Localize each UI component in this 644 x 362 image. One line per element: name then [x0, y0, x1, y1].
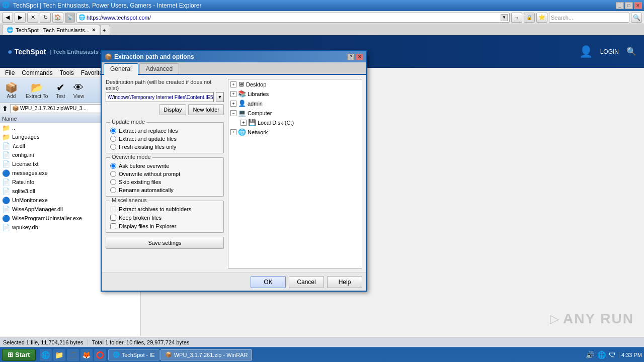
search-icon[interactable]: 🔍: [631, 13, 642, 23]
explorer-add-button[interactable]: 📦 Add: [2, 80, 21, 100]
tray-security-icon[interactable]: 🛡: [609, 351, 616, 359]
home-button[interactable]: 🏠: [52, 13, 63, 23]
radio-overwrite-no-prompt[interactable]: Overwrite without prompt: [110, 171, 219, 177]
tab-general[interactable]: General: [104, 63, 138, 75]
file-name: ..: [12, 125, 15, 131]
tree-item-libraries[interactable]: + 📚 Libraries: [228, 89, 362, 99]
site-nav: 👤 LOGIN 🔍: [579, 45, 636, 58]
radio-skip-existing-input[interactable]: [110, 179, 116, 185]
refresh-button[interactable]: ↻: [40, 13, 51, 23]
minimize-button[interactable]: _: [616, 2, 624, 9]
expand-local-disk[interactable]: +: [240, 120, 247, 126]
destination-input[interactable]: \Windows\Temporary Internet Files\Conten…: [106, 92, 214, 102]
radio-fresh-existing[interactable]: Fresh existing files only: [110, 144, 219, 150]
system-clock: 4:33 PM: [619, 352, 642, 358]
radio-rename-auto-label: Rename automatically: [119, 187, 174, 193]
taskbar-chrome-icon[interactable]: ⭕: [94, 349, 106, 361]
favorites-button[interactable]: ⭐: [536, 13, 547, 23]
file-name: UnMonitor.exe: [12, 197, 48, 203]
radio-rename-auto-input[interactable]: [110, 187, 116, 193]
tab-close-icon[interactable]: ✕: [92, 27, 96, 33]
new-folder-button[interactable]: New folder: [188, 104, 224, 115]
path-buttons: Display New folder: [106, 104, 224, 115]
explorer-test-button[interactable]: ✔ Test: [53, 80, 68, 100]
tree-item-admin[interactable]: + 👤 admin: [228, 99, 362, 108]
search-bar[interactable]: Search...: [549, 13, 629, 23]
expand-computer[interactable]: −: [230, 110, 236, 116]
close-button[interactable]: ✕: [634, 2, 642, 9]
forward-button[interactable]: ▶: [15, 13, 26, 23]
dll-icon: 📄: [2, 206, 10, 213]
radio-overwrite-no-prompt-input[interactable]: [110, 171, 116, 177]
tree-item-network[interactable]: + 🌐 Network: [228, 127, 362, 137]
radio-fresh-existing-input[interactable]: [110, 144, 116, 150]
tab-advanced[interactable]: Advanced: [139, 63, 179, 74]
explorer-extract-button[interactable]: 📂 Extract To: [23, 80, 51, 100]
explorer-menu-file[interactable]: File: [2, 69, 18, 77]
taskbar: ⊞ Start 🌐 📁 🎵 🦊 ⭕ 🌐 TechSpot - IE 📦 WPU_…: [0, 347, 644, 362]
ok-button[interactable]: OK: [251, 276, 286, 288]
taskbar-folder-icon[interactable]: 📁: [53, 349, 65, 361]
destination-dropdown-icon[interactable]: ▼: [216, 92, 224, 102]
login-icon[interactable]: 👤: [579, 45, 593, 58]
login-label[interactable]: LOGIN: [600, 48, 619, 55]
tab-label: TechSpot | Tech Enthusiasts...: [16, 27, 90, 33]
site-logo: ● TechSpot | Tech Enthusiasts .: [8, 47, 102, 56]
cancel-button[interactable]: Cancel: [289, 276, 324, 288]
radio-extract-update[interactable]: Extract and update files: [110, 136, 219, 142]
restore-button[interactable]: □: [625, 2, 633, 9]
radio-rename-auto[interactable]: Rename automatically: [110, 187, 219, 193]
address-url[interactable]: https://www.techspot.com/: [87, 15, 151, 21]
start-button[interactable]: ⊞ Start: [2, 349, 36, 361]
explorer-menu-commands[interactable]: Commands: [19, 69, 55, 77]
back-button[interactable]: ◀: [2, 13, 13, 23]
status-right: Total 1 folder, 10 files, 29,977,724 byt…: [92, 339, 190, 345]
checkbox-keep-broken-input[interactable]: [110, 215, 116, 221]
dialog-help-button[interactable]: ?: [347, 54, 355, 60]
tray-network-icon[interactable]: 🌐: [597, 351, 606, 359]
tree-item-local-disk[interactable]: + 💾 Local Disk (C:): [238, 118, 362, 127]
address-dropdown[interactable]: ▼: [501, 14, 508, 21]
dialog-title: Extraction path and options: [114, 53, 345, 60]
expand-desktop[interactable]: +: [230, 81, 236, 87]
checkbox-display-explorer[interactable]: Display files in Explorer: [110, 223, 219, 229]
tree-item-computer[interactable]: − 💻 Computer: [228, 108, 362, 118]
zip-icon: 📦: [12, 105, 19, 112]
checkbox-display-explorer-input[interactable]: [110, 223, 116, 229]
expand-admin[interactable]: +: [230, 101, 236, 107]
tray-volume-icon[interactable]: 🔊: [586, 351, 594, 359]
rss-button[interactable]: 📡: [65, 13, 75, 23]
browser-toolbar: ◀ ▶ ✕ ↻ 🏠 📡 🌐 https://www.techspot.com/ …: [0, 11, 644, 24]
display-button[interactable]: Display: [159, 104, 186, 115]
taskbar-media-icon[interactable]: 🎵: [67, 349, 79, 361]
file-name: wpukey.db: [12, 224, 38, 230]
expand-libraries[interactable]: +: [230, 91, 236, 97]
admin-label: admin: [248, 101, 263, 107]
explorer-menu-tools[interactable]: Tools: [57, 69, 77, 77]
test-icon: ✔: [56, 81, 65, 94]
tree-item-desktop[interactable]: + 🖥 Desktop: [228, 79, 362, 89]
checkbox-keep-broken[interactable]: Keep broken files: [110, 215, 219, 221]
taskbar-ie-app[interactable]: 🌐 TechSpot - IE: [108, 349, 159, 360]
browser-tab-active[interactable]: 🌐 TechSpot | Tech Enthusiasts... ✕: [2, 25, 100, 35]
radio-extract-update-input[interactable]: [110, 136, 116, 142]
radio-ask-overwrite-input[interactable]: [110, 163, 116, 169]
taskbar-winrar-app[interactable]: 📦 WPU_3.1.7.261.zip - WinRAR: [160, 349, 253, 360]
taskbar-firefox-icon[interactable]: 🦊: [80, 349, 93, 361]
taskbar-ie-icon[interactable]: 🌐: [40, 349, 52, 361]
path-up-icon[interactable]: ⬆: [2, 105, 8, 113]
expand-network[interactable]: +: [230, 129, 236, 135]
header-search-icon[interactable]: 🔍: [626, 47, 636, 56]
go-button[interactable]: →: [511, 13, 522, 23]
help-button[interactable]: Help: [327, 276, 362, 288]
new-tab-button[interactable]: +: [100, 25, 110, 35]
browser-titlebar: 🌐 TechSpot | Tech Enthusiasts, Power Use…: [0, 0, 644, 11]
dialog-close-button[interactable]: ✕: [356, 54, 363, 60]
explorer-view-button[interactable]: 👁 View: [70, 81, 88, 100]
radio-extract-replace-input[interactable]: [110, 128, 116, 134]
radio-skip-existing[interactable]: Skip existing files: [110, 179, 219, 185]
radio-extract-replace[interactable]: Extract and replace files: [110, 128, 219, 134]
save-settings-button[interactable]: Save settings: [106, 237, 224, 249]
radio-ask-overwrite[interactable]: Ask before overwrite: [110, 163, 219, 169]
stop-button[interactable]: ✕: [27, 13, 38, 23]
